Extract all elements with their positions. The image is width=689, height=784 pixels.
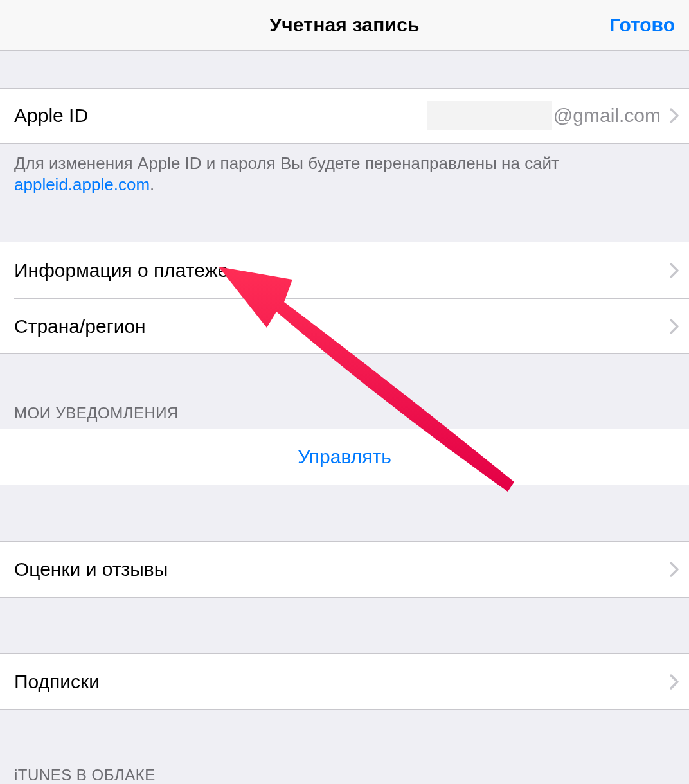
- manage-notifications-button[interactable]: Управлять: [0, 429, 689, 485]
- country-region-row[interactable]: Страна/регион: [0, 299, 689, 355]
- section-header-itunes-cloud-label: iTUNES В ОБЛАКЕ: [14, 766, 156, 784]
- chevron-right-icon: [663, 108, 679, 123]
- navbar: Учетная запись Готово: [0, 0, 689, 51]
- payment-info-label: Информация о платеже: [14, 260, 663, 281]
- apple-id-row[interactable]: Apple ID @gmail.com: [0, 89, 689, 145]
- section-header-notifications: МОИ УВЕДОМЛЕНИЯ: [0, 354, 689, 429]
- chevron-right-icon: [663, 562, 679, 577]
- chevron-right-icon: [663, 319, 679, 334]
- subscriptions-row[interactable]: Подписки: [0, 654, 689, 709]
- account-settings-page: Учетная запись Готово Apple ID @gmail.co…: [0, 0, 689, 784]
- apple-id-label: Apple ID: [14, 105, 427, 127]
- payment-info-row[interactable]: Информация о платеже: [0, 242, 689, 298]
- appleid-link[interactable]: appleid.apple.com: [14, 175, 150, 194]
- ratings-reviews-label: Оценки и отзывы: [14, 558, 663, 580]
- ratings-reviews-row[interactable]: Оценки и отзывы: [0, 542, 689, 597]
- apple-id-value: @gmail.com: [553, 105, 661, 127]
- apple-id-footer-text-after: .: [150, 175, 154, 194]
- chevron-right-icon: [663, 674, 679, 690]
- apple-id-footer: Для изменения Apple ID и пароля Вы будет…: [0, 144, 689, 196]
- section-header-notifications-label: МОИ УВЕДОМЛЕНИЯ: [14, 404, 179, 422]
- country-region-label: Страна/регион: [14, 316, 663, 337]
- spacer: [0, 51, 689, 89]
- chevron-right-icon: [663, 263, 679, 278]
- section-header-itunes-cloud: iTUNES В ОБЛАКЕ: [0, 709, 689, 784]
- done-button[interactable]: Готово: [609, 14, 675, 36]
- page-title: Учетная запись: [269, 14, 419, 36]
- spacer: [0, 597, 689, 654]
- apple-id-footer-text-before: Для изменения Apple ID и пароля Вы будет…: [14, 154, 559, 173]
- apple-id-redacted: [427, 101, 552, 130]
- spacer: [0, 485, 689, 541]
- subscriptions-label: Подписки: [14, 671, 663, 693]
- spacer: [0, 196, 689, 243]
- manage-notifications-label: Управлять: [298, 446, 391, 468]
